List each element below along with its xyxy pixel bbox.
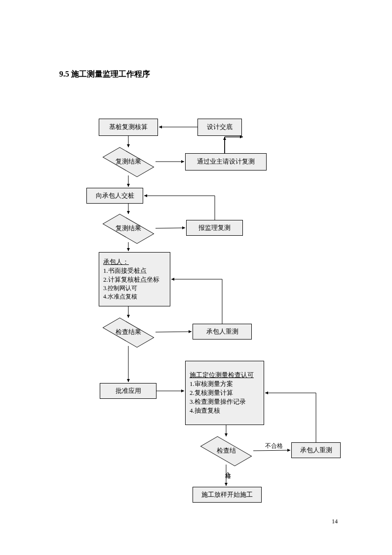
node-label: 承包人重测 <box>300 446 332 455</box>
decision-check-result-2: 检查结 <box>199 437 253 465</box>
node-contractor-retest-1: 承包人重测 <box>193 324 252 340</box>
node-title: 施工定位测量检查认可 <box>190 371 260 380</box>
node-label: 向承包人交桩 <box>96 191 134 200</box>
decision-label: 检查结果 <box>116 329 141 336</box>
node-item: 2.复核测量计算 <box>190 388 260 397</box>
svg-line-11 <box>156 332 192 332</box>
node-label: 设计交底 <box>207 123 233 131</box>
node-start-construction: 施工放样开始施工 <box>193 487 262 503</box>
node-handover-to-contractor: 向承包人交桩 <box>86 188 143 204</box>
node-approve-application: 批准应用 <box>100 383 157 399</box>
node-item: 1.书面接受桩点 <box>103 266 166 275</box>
node-item: 3.控制网认可 <box>103 284 166 293</box>
node-label: 承包人重测 <box>206 327 238 336</box>
decision-label: 复测结果 <box>116 158 141 165</box>
node-title: 承包人： <box>103 257 166 266</box>
node-item: 4.抽查复核 <box>190 406 260 415</box>
node-item: 1.审核测量方案 <box>190 380 260 388</box>
decision-retest-result-2: 复测结果 <box>101 215 156 242</box>
node-report-supervision-retest: 报监理复测 <box>186 220 243 236</box>
node-label: 基桩复测核算 <box>109 123 148 131</box>
section-heading: 9.5 施工测量监理工作程序 <box>59 69 150 80</box>
node-contractor-tasks: 承包人： 1.书面接受桩点 2.计算复核桩点坐标 3.控制网认可 4.水准点复核 <box>99 252 170 306</box>
decision-label: 复测结果 <box>116 225 141 232</box>
edge-label-pass: 合格 <box>224 467 232 469</box>
node-design-disclosure: 设计交底 <box>197 119 242 136</box>
node-item: 3.检查测量操作记录 <box>190 397 260 406</box>
node-item: 4.水准点复核 <box>103 293 166 301</box>
edge-label-fail: 不合格 <box>265 442 283 450</box>
node-contractor-retest-2: 承包人重测 <box>291 442 341 458</box>
svg-line-8 <box>156 228 185 228</box>
node-item: 2.计算复核桩点坐标 <box>103 275 166 284</box>
decision-retest-result-1: 复测结果 <box>101 148 156 175</box>
node-construction-positioning: 施工定位测量检查认可 1.审核测量方案 2.复核测量计算 3.检查测量操作记录 … <box>185 361 264 425</box>
node-label: 施工放样开始施工 <box>201 490 253 499</box>
node-label: 批准应用 <box>116 386 141 395</box>
node-request-design-retest: 通过业主请设计复测 <box>185 153 267 171</box>
page-number: 14 <box>332 518 338 525</box>
flowchart-canvas: 9.5 施工测量监理工作程序 基桩复测核算 设计交底 复测结果 通过业主请设计复… <box>0 0 392 555</box>
decision-label: 检查结 <box>217 447 236 454</box>
node-base-pile-review: 基桩复测核算 <box>99 119 158 136</box>
decision-check-result-1: 检查结果 <box>101 319 156 346</box>
node-label: 通过业主请设计复测 <box>197 157 255 166</box>
node-label: 报监理复测 <box>198 223 231 232</box>
flowchart-connectors <box>0 0 392 555</box>
svg-line-15 <box>253 450 290 451</box>
